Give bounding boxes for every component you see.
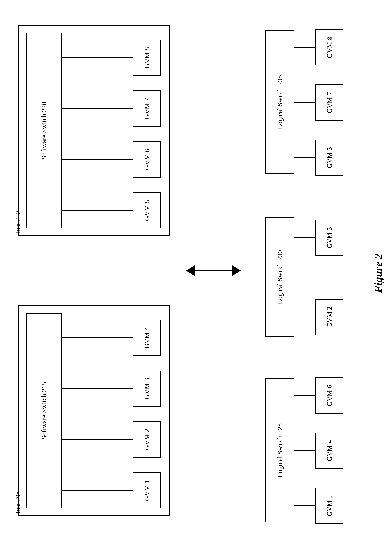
gvm-4-box: GVM 4: [132, 320, 161, 356]
logical-switch-225-label: Logical Switch 225: [276, 423, 284, 477]
conn-gvm2-sw215: [62, 439, 132, 440]
conn-ls225-gvm6: [294, 395, 315, 396]
ls235-gvm-7-box: GVM 7: [315, 84, 343, 121]
mapping-arrow-head-left: [186, 265, 194, 276]
gvm-6-box: GVM 6: [132, 141, 161, 177]
ls225-gvm-6-label: GVM 6: [325, 385, 333, 406]
logical-switch-230: Logical Switch 230: [265, 217, 294, 337]
figure-caption: Figure 2: [372, 254, 385, 293]
gvm-7-label: GVM 7: [143, 98, 151, 119]
gvm-4-label: GVM 4: [143, 327, 151, 348]
logical-switch-230-label: Logical Switch 230: [276, 250, 284, 304]
ls235-gvm-7-label: GVM 7: [325, 92, 333, 113]
ls235-gvm-8-box: GVM 8: [315, 29, 343, 66]
conn-ls235-gvm3: [294, 157, 315, 158]
ls230-gvm-2-label: GVM 2: [325, 307, 333, 328]
ls225-gvm-1-label: GVM 1: [325, 495, 333, 516]
gvm-8-label: GVM 8: [143, 47, 151, 68]
ls235-gvm-3-box: GVM 3: [315, 140, 343, 176]
gvm-2-label: GVM 2: [143, 429, 151, 450]
conn-gvm7-sw220: [62, 108, 132, 109]
software-switch-220: Software Switch 220: [26, 33, 62, 228]
software-switch-215-label: Software Switch 215: [40, 382, 48, 440]
ls225-gvm-6-box: GVM 6: [315, 377, 343, 414]
ls235-gvm-3-label: GVM 3: [325, 147, 333, 168]
logical-switch-225: Logical Switch 225: [265, 378, 294, 522]
ls225-gvm-4-label: GVM 4: [325, 440, 333, 461]
logical-switch-235-label: Logical Switch 235: [276, 75, 284, 129]
logical-switch-235: Logical Switch 235: [265, 30, 294, 174]
ls230-gvm-5-label: GVM 5: [325, 227, 333, 248]
conn-gvm1-sw215: [62, 490, 132, 491]
gvm-2-box: GVM 2: [132, 421, 161, 458]
conn-ls230-gvm2: [294, 317, 315, 317]
ls225-gvm-4-box: GVM 4: [315, 433, 343, 469]
gvm-5-label: GVM 5: [143, 200, 151, 221]
conn-gvm3-sw215: [62, 388, 132, 389]
gvm-5-box: GVM 5: [132, 192, 161, 228]
conn-gvm8-sw220: [62, 57, 132, 58]
mapping-arrow-shaft: [194, 270, 233, 271]
conn-gvm5-sw220: [62, 210, 132, 211]
mapping-arrow-head-right: [232, 265, 241, 276]
ls230-gvm-5-box: GVM 5: [315, 220, 343, 256]
ls235-gvm-8-label: GVM 8: [325, 37, 333, 58]
gvm-3-box: GVM 3: [132, 370, 161, 407]
gvm-3-label: GVM 3: [143, 378, 151, 399]
conn-ls230-gvm5: [294, 238, 315, 238]
software-switch-220-label: Software Switch 220: [40, 102, 48, 160]
software-switch-215: Software Switch 215: [26, 313, 62, 508]
gvm-1-label: GVM 1: [143, 480, 151, 501]
host-210-label: Host 210: [14, 211, 22, 236]
conn-ls235-gvm7: [294, 102, 315, 103]
ls225-gvm-1-box: GVM 1: [315, 488, 343, 524]
gvm-6-label: GVM 6: [143, 149, 151, 170]
ls230-gvm-2-box: GVM 2: [315, 299, 343, 335]
conn-gvm4-sw215: [62, 338, 132, 338]
gvm-1-box: GVM 1: [132, 472, 161, 508]
gvm-8-box: GVM 8: [132, 40, 161, 76]
host-205-label: Host 205: [14, 491, 22, 516]
conn-gvm6-sw220: [62, 159, 132, 160]
conn-ls235-gvm8: [294, 47, 315, 48]
conn-ls225-gvm1: [294, 505, 315, 506]
conn-ls225-gvm4: [294, 450, 315, 451]
gvm-7-box: GVM 7: [132, 90, 161, 127]
